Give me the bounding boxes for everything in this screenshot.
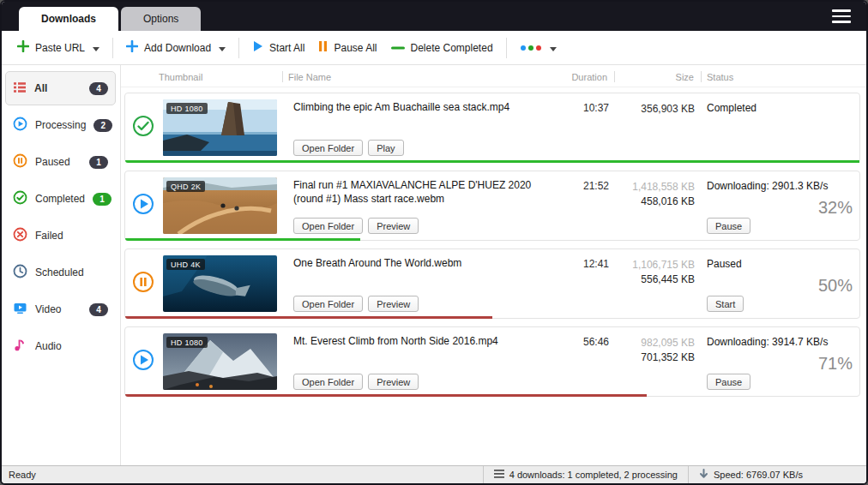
count-badge: 2	[93, 119, 112, 132]
play-circle-icon	[132, 193, 154, 219]
paste-url-button[interactable]: Paste URL	[10, 35, 106, 60]
size-total: 1,418,558 KB	[609, 180, 695, 195]
progress-percent: 71%	[818, 354, 853, 374]
preview-button[interactable]: Preview	[368, 296, 419, 312]
sidebar-item-label: Paused	[35, 156, 70, 168]
downloads-summary-text: 4 downloads: 1 completed, 2 processing	[509, 470, 678, 480]
preview-button[interactable]: Preview	[368, 218, 419, 234]
size-total: 356,903 KB	[609, 102, 695, 117]
video-thumbnail[interactable]: HD 1080	[163, 99, 277, 156]
list-icon	[494, 470, 504, 480]
video-thumbnail[interactable]: HD 1080	[163, 333, 277, 390]
column-header-duration: Duration	[558, 72, 607, 82]
size-downloaded: 701,352 KB	[609, 350, 695, 365]
progress-bar	[125, 394, 647, 397]
pause-button[interactable]: Pause	[707, 374, 750, 390]
start-button[interactable]: Start	[707, 296, 744, 312]
speed-text: Speed: 6769.07 KB/s	[714, 470, 803, 480]
video-icon	[13, 301, 27, 318]
play-button[interactable]: Play	[368, 140, 403, 156]
sidebar-item-audio[interactable]: Audio	[5, 329, 116, 363]
sidebar-item-label: Failed	[35, 230, 63, 242]
duration-value: 10:37	[559, 99, 609, 114]
table-header: Thumbnail File Name Duration Size Status	[121, 65, 866, 87]
add-download-button[interactable]: Add Download	[119, 35, 232, 60]
sidebar-item-paused[interactable]: Paused 1	[5, 145, 116, 179]
chevron-down-icon[interactable]	[550, 42, 557, 54]
paste-url-label: Paste URL	[35, 42, 85, 54]
tab-options[interactable]: Options	[121, 7, 201, 31]
plus-icon	[126, 40, 138, 55]
column-header-size: Size	[615, 72, 694, 82]
titlebar: Downloads Options	[2, 2, 866, 31]
pause-all-label: Pause All	[334, 42, 377, 54]
open-folder-button[interactable]: Open Folder	[293, 374, 363, 390]
sidebar-item-all[interactable]: All 4	[5, 71, 116, 105]
column-header-status: Status	[702, 72, 861, 82]
sidebar-item-processing[interactable]: Processing 2	[5, 108, 116, 142]
quality-badge: QHD 2K	[166, 181, 205, 192]
tab-downloads[interactable]: Downloads	[19, 7, 118, 31]
download-row[interactable]: UHD 4K One Breath Around The World.webm …	[124, 248, 860, 319]
downloads-summary: 4 downloads: 1 completed, 2 processing	[483, 466, 688, 483]
delete-completed-button[interactable]: Delete Completed	[384, 37, 500, 59]
duration-value: 56:46	[559, 333, 609, 348]
down-arrow-icon	[699, 469, 708, 481]
x-circle-icon	[13, 227, 27, 244]
toolbar-separator	[506, 38, 507, 58]
video-thumbnail[interactable]: UHD 4K	[163, 255, 277, 312]
file-name: Mt. Everest Climb from North Side 2016.m…	[293, 333, 552, 348]
progress-bar	[125, 160, 859, 163]
sidebar: All 4 Processing 2 Paused 1 Completed 1	[2, 65, 121, 465]
pause-button[interactable]: Pause	[707, 218, 750, 234]
duration-value: 21:52	[559, 177, 609, 192]
delete-completed-label: Delete Completed	[411, 42, 493, 54]
app-window: Downloads Options Paste URL Add Download…	[0, 0, 868, 485]
file-name: Climbing the epic Am Buachaille sea stac…	[293, 99, 552, 114]
hamburger-menu-icon[interactable]	[829, 6, 854, 27]
open-folder-button[interactable]: Open Folder	[293, 296, 363, 312]
progress-bar	[125, 316, 492, 319]
sidebar-item-failed[interactable]: Failed	[5, 219, 116, 253]
start-all-label: Start All	[269, 42, 304, 54]
sidebar-item-label: Audio	[35, 340, 62, 352]
status-ready: Ready	[2, 470, 483, 480]
more-actions-button[interactable]	[513, 37, 564, 59]
duration-value: 12:41	[559, 255, 609, 270]
sidebar-item-label: Processing	[35, 119, 86, 131]
size-downloaded: 458,016 KB	[609, 195, 695, 209]
pause-circle-icon	[132, 271, 154, 296]
status-text: Paused	[707, 258, 742, 270]
download-row[interactable]: HD 1080 Climbing the epic Am Buachaille …	[124, 93, 860, 163]
column-header-thumbnail: Thumbnail	[159, 72, 282, 82]
pause-all-button[interactable]: Pause All	[311, 35, 383, 60]
clock-icon	[13, 264, 27, 281]
chevron-down-icon[interactable]	[93, 42, 99, 54]
open-folder-button[interactable]: Open Folder	[293, 140, 363, 156]
start-all-button[interactable]: Start All	[245, 35, 311, 60]
preview-button[interactable]: Preview	[368, 374, 419, 390]
check-circle-icon	[13, 190, 27, 207]
download-row[interactable]: HD 1080 Mt. Everest Climb from North Sid…	[124, 326, 860, 397]
add-download-label: Add Download	[144, 42, 211, 54]
size-total: 982,095 KB	[609, 336, 695, 350]
sidebar-item-video[interactable]: Video 4	[5, 292, 116, 326]
chevron-down-icon[interactable]	[219, 42, 226, 54]
count-badge: 4	[89, 303, 108, 316]
sidebar-item-completed[interactable]: Completed 1	[5, 182, 116, 216]
count-badge: 1	[89, 156, 108, 169]
check-circle-icon	[132, 115, 154, 141]
list-icon	[13, 81, 27, 97]
open-folder-button[interactable]: Open Folder	[293, 218, 363, 234]
music-note-icon	[13, 338, 27, 355]
sidebar-item-label: Video	[35, 303, 61, 315]
sidebar-item-scheduled[interactable]: Scheduled	[5, 255, 116, 290]
status-text: Downloading: 3914.7 KB/s	[707, 336, 828, 348]
minus-icon	[391, 42, 405, 54]
toolbar: Paste URL Add Download Start All Pause A…	[2, 31, 866, 65]
play-circle-icon	[132, 349, 154, 374]
video-thumbnail[interactable]: QHD 2K	[163, 177, 277, 234]
download-row[interactable]: QHD 2K Final run #1 MAXIAVALANCHE ALPE D…	[124, 171, 860, 241]
count-badge: 4	[89, 82, 108, 95]
play-circle-icon	[13, 117, 27, 134]
